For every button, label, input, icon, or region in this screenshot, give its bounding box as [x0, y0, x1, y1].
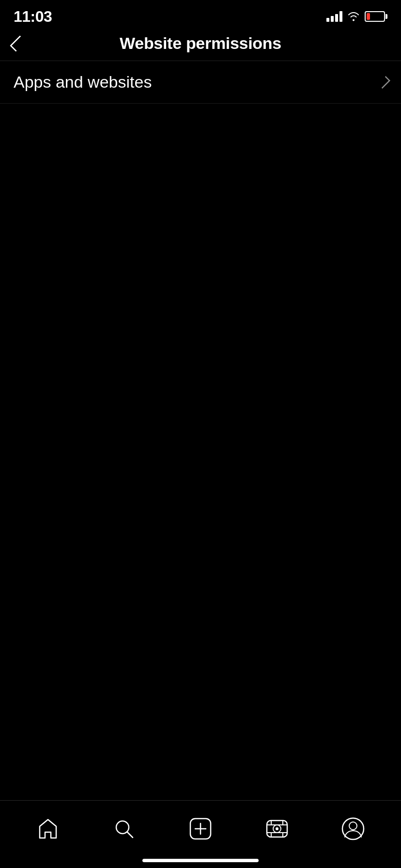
svg-point-7 — [276, 827, 278, 830]
apps-and-websites-item[interactable]: Apps and websites — [0, 61, 401, 104]
nav-video[interactable] — [255, 812, 299, 846]
svg-point-14 — [342, 818, 364, 839]
list-container: Apps and websites — [0, 61, 401, 104]
search-icon — [112, 817, 136, 841]
battery-icon — [365, 11, 387, 22]
bottom-nav — [0, 800, 401, 868]
video-icon — [265, 817, 289, 841]
status-time: 11:03 — [14, 8, 52, 26]
signal-icon — [326, 11, 342, 22]
svg-point-15 — [349, 822, 357, 830]
page-title: Website permissions — [120, 34, 281, 53]
svg-line-1 — [127, 832, 133, 837]
nav-profile[interactable] — [331, 812, 375, 846]
nav-search[interactable] — [102, 812, 146, 846]
home-icon — [36, 817, 60, 841]
chevron-right-icon — [378, 76, 391, 89]
wifi-icon — [347, 12, 360, 21]
status-icons — [326, 11, 387, 22]
status-bar: 11:03 — [0, 0, 401, 26]
back-chevron-icon — [10, 35, 26, 52]
nav-add[interactable] — [179, 812, 222, 846]
back-button[interactable] — [10, 32, 26, 55]
add-icon — [188, 817, 213, 841]
apps-and-websites-label: Apps and websites — [14, 73, 152, 92]
profile-icon — [341, 817, 365, 841]
nav-header: Website permissions — [0, 26, 401, 61]
home-indicator — [142, 859, 259, 862]
nav-home[interactable] — [26, 812, 70, 846]
